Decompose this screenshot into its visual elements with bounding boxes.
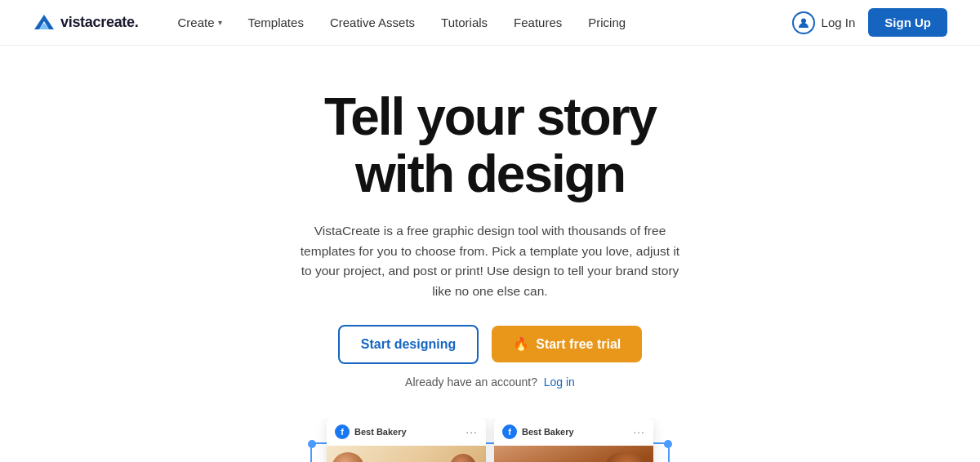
- left-card-image: The past... VC 👍: [327, 446, 486, 462]
- nav-creative-assets[interactable]: Creative Assets: [330, 16, 415, 29]
- bread-top-right: [606, 452, 647, 462]
- login-link[interactable]: Log in: [544, 375, 575, 389]
- nav-features[interactable]: Features: [514, 16, 562, 29]
- options-dots-right: ···: [633, 425, 645, 438]
- pastry-1: [332, 452, 364, 462]
- hero-subtitle: VistaCreate is a free graphic design too…: [294, 221, 686, 302]
- logo-link[interactable]: vistacreate.: [33, 11, 138, 34]
- fire-icon: 🔥: [513, 336, 529, 352]
- dropdown-arrow-icon: ▾: [218, 18, 222, 27]
- right-card-image: VC: [494, 446, 653, 462]
- svg-point-2: [801, 18, 806, 23]
- hero-buttons: Start designing 🔥 Start free trial: [338, 325, 643, 364]
- hero-section: Tell your story with design VistaCreate …: [0, 46, 980, 462]
- corner-tl: [308, 440, 316, 448]
- mockup-selection-wrapper: f Best Bakery ···: [310, 418, 670, 462]
- user-icon: [792, 11, 815, 34]
- navbar-right: Log In Sign Up: [792, 8, 947, 37]
- facebook-icon-left: f: [335, 424, 350, 439]
- options-dots-left: ···: [466, 425, 478, 438]
- login-button[interactable]: Log In: [792, 11, 856, 34]
- logo-icon: [33, 11, 56, 34]
- nav-pricing[interactable]: Pricing: [588, 16, 626, 29]
- left-fb-card: f Best Bakery ···: [327, 418, 486, 462]
- nav-create[interactable]: Create ▾: [177, 16, 221, 29]
- nav-links: Create ▾ Templates Creative Assets Tutor…: [177, 16, 791, 29]
- hero-image-area: f Best Bakery ···: [139, 418, 841, 462]
- facebook-icon-right: f: [502, 424, 517, 439]
- start-designing-button[interactable]: Start designing: [338, 325, 479, 364]
- nav-tutorials[interactable]: Tutorials: [441, 16, 488, 29]
- right-fb-card: f Best Bakery ···: [494, 418, 653, 462]
- hero-title: Tell your story with design: [324, 88, 656, 203]
- corner-tr: [664, 440, 672, 448]
- hero-mockup: f Best Bakery ···: [139, 418, 841, 462]
- navbar: vistacreate. Create ▾ Templates Creative…: [0, 0, 980, 46]
- pastry-2: [450, 454, 476, 462]
- start-free-trial-button[interactable]: 🔥 Start free trial: [492, 326, 642, 362]
- login-hint: Already have an account? Log in: [405, 375, 575, 389]
- signup-button[interactable]: Sign Up: [868, 8, 947, 37]
- brand-name: vistacreate.: [60, 14, 138, 31]
- nav-templates[interactable]: Templates: [248, 16, 304, 29]
